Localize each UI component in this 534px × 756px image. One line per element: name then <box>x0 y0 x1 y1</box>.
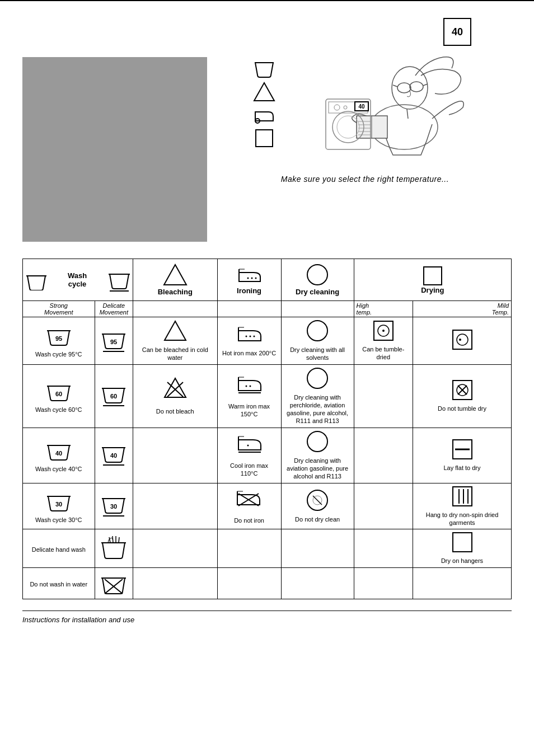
wash-header-icon <box>25 269 47 290</box>
hang-dry-label: Hang to dry non-spin dried garments <box>416 511 508 527</box>
svg-marker-62 <box>165 378 186 397</box>
wash-40-delicate: 40 <box>95 428 133 483</box>
drying-label: Drying <box>421 286 444 294</box>
no-tumble-dry-icon <box>452 379 473 401</box>
wash-40-strong: 40 Wash cycle 40°C <box>23 428 95 483</box>
high-temp-label: Hightemp. <box>354 301 413 317</box>
iron-150-label: Warm iron max 150°C <box>221 402 278 419</box>
wash-60-delicate-icon: 60 <box>101 381 127 410</box>
iron-200: Hot iron max 200°C <box>217 317 281 365</box>
iron-150: Warm iron max 150°C <box>217 364 281 428</box>
top-section: 40 <box>22 12 512 242</box>
no-dry-clean-icon <box>306 489 329 511</box>
wash-30-strong-label: Wash cycle 30°C <box>26 516 91 524</box>
wash-30-strong: 30 Wash cycle 30°C <box>23 483 95 529</box>
dry-square-icon <box>255 129 274 148</box>
lay-flat-high <box>354 428 413 483</box>
iron-empty <box>217 529 281 567</box>
wash-30-delicate-icon: 30 <box>101 491 127 520</box>
svg-point-35 <box>251 278 253 279</box>
dry-on-hangers-label: Dry on hangers <box>416 557 508 565</box>
svg-point-56 <box>459 339 461 341</box>
ironing-label: Ironing <box>220 287 279 295</box>
handwash-symbol <box>95 529 133 567</box>
lay-flat-label: Lay flat to dry <box>416 464 508 472</box>
no-tumble-dry-label: Do not tumble dry <box>416 405 508 412</box>
hang-dry: Hang to dry non-spin dried garments <box>413 483 512 529</box>
wash-symbols-vertical <box>253 57 275 148</box>
no-tumble-dry: Do not tumble dry <box>413 364 512 428</box>
left-image <box>22 57 207 242</box>
wash-95-strong-label: Wash cycle 95°C <box>26 350 91 358</box>
tumble-dry-allowed: Can be tumble-dried <box>354 317 413 365</box>
svg-text:40: 40 <box>55 450 62 457</box>
delicate-handwash-label: Delicate hand wash <box>26 546 91 553</box>
tumble-dry-icon <box>373 320 394 341</box>
svg-line-104 <box>109 537 110 543</box>
no-wash-icon <box>100 570 127 595</box>
dry-clean-circle-p: Dry cleaning with perchloride, aviation … <box>281 364 354 428</box>
bleach-empty-4 <box>133 567 217 599</box>
iron-110: Cool iron max 110°C <box>217 428 281 483</box>
dry-clean-circle-all-icon <box>306 320 329 342</box>
strong-movement-label: StrongMovement <box>23 301 95 317</box>
table-row: 40 Wash cycle 40°C 40 <box>23 428 512 483</box>
svg-text:40: 40 <box>110 452 117 459</box>
svg-point-47 <box>246 336 247 337</box>
dry-cleaning-label: Dry cleaning <box>284 288 352 296</box>
table-row: Delicate hand wash <box>23 529 512 567</box>
tumble-dry-label: Can be tumble-dried <box>358 345 409 361</box>
dry-high-empty <box>354 529 413 567</box>
svg-rect-54 <box>453 330 472 349</box>
laundry-care-table: Wash cycle <box>22 259 512 599</box>
svg-line-107 <box>119 537 119 543</box>
wash-95-delicate-icon: 95 <box>101 326 127 353</box>
mild-temp-label: MildTemp. <box>413 301 512 317</box>
wash-30-strong-icon: 30 <box>46 489 72 512</box>
iron-110-icon <box>236 433 262 458</box>
no-dry-clean-label: Do not dry clean <box>285 515 350 523</box>
iron-200-label: Hot iron max 200°C <box>221 349 278 357</box>
wash-60-strong-icon: 60 <box>46 378 72 402</box>
iron-150-icon <box>236 374 262 398</box>
svg-point-36 <box>255 278 257 279</box>
svg-rect-38 <box>424 267 442 285</box>
svg-text:40: 40 <box>358 104 365 110</box>
lay-flat-dry: Lay flat to dry <box>413 428 512 483</box>
iron-empty-2 <box>217 567 281 599</box>
dry-square-header-icon <box>423 266 443 286</box>
svg-point-49 <box>254 336 255 337</box>
delicate-handwash-label-cell: Delicate hand wash <box>23 529 95 567</box>
svg-text:60: 60 <box>110 393 117 400</box>
wash-60-strong: 60 Wash cycle 60°C <box>23 364 95 428</box>
wash-tub-icon <box>253 57 275 78</box>
bleach-empty-2 <box>133 483 217 529</box>
bleach-allowed-icon <box>163 320 188 342</box>
no-iron-label: Do not iron <box>221 516 278 524</box>
svg-rect-108 <box>453 533 472 552</box>
iron-110-label: Cool iron max 110°C <box>221 462 278 478</box>
svg-point-67 <box>246 385 247 387</box>
no-bleach-label: Do not bleach <box>137 407 213 415</box>
svg-point-48 <box>250 336 251 337</box>
hang-dry-high <box>354 483 413 529</box>
svg-text:95: 95 <box>110 339 117 345</box>
wash-cycle-header: Wash cycle <box>23 259 133 301</box>
wash-60-delicate: 60 <box>95 364 133 428</box>
no-wash-label-cell: Do not wash in water <box>23 567 95 599</box>
svg-point-53 <box>382 330 385 332</box>
svg-point-70 <box>307 368 327 388</box>
bleaching-label: Bleaching <box>135 288 214 296</box>
bleach-triangle-icon <box>253 82 275 102</box>
dry-clean-f-label: Dry cleaning with aviation gasoline, pur… <box>285 457 350 481</box>
dry-clean-circle-icon <box>306 264 329 286</box>
temp-badge: 40 <box>443 18 471 46</box>
svg-point-37 <box>307 265 327 285</box>
bleach-allowed-label: Can be bleached in cold water <box>137 346 213 362</box>
hang-dry-icon <box>452 486 473 507</box>
table-row: 60 Wash cycle 60°C 60 <box>23 364 512 428</box>
no-bleach-icon <box>163 377 188 403</box>
svg-text:30: 30 <box>110 503 117 510</box>
table-row: 95 Wash cycle 95°C 95 Can <box>23 317 512 365</box>
wash-95-strong-icon: 95 <box>46 323 72 346</box>
